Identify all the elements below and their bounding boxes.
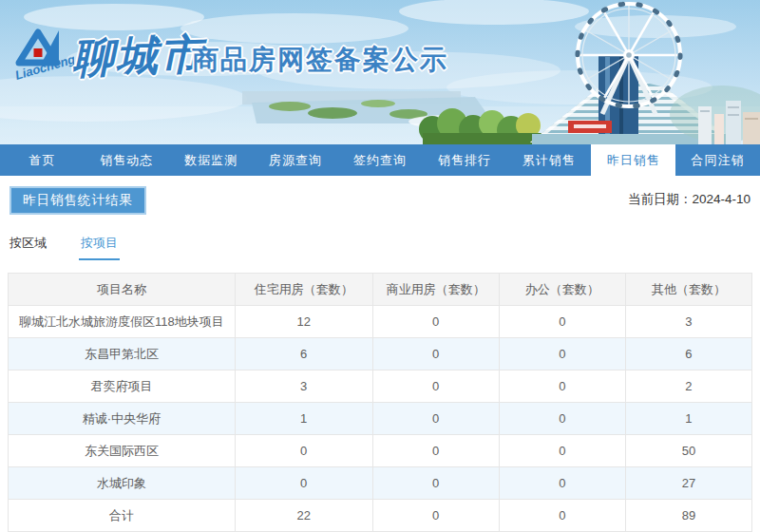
table-row: 精诚·中央华府1001 bbox=[9, 403, 752, 435]
tab-by-project[interactable]: 按项目 bbox=[79, 235, 120, 260]
nav-item-contract-search[interactable]: 签约查询 bbox=[338, 144, 423, 176]
table-row: 水城印象00027 bbox=[9, 467, 752, 500]
main-nav: 首页销售动态数据监测房源查询签约查询销售排行累计销售昨日销售合同注销 bbox=[0, 144, 760, 176]
commercial-count-cell: 0 bbox=[372, 338, 499, 370]
table-row: 君奕府项目3002 bbox=[9, 370, 752, 403]
table-row: 聊城江北水城旅游度假区118地块项目12003 bbox=[9, 306, 752, 338]
residential-count-cell: 12 bbox=[235, 306, 372, 338]
office-count-cell: 0 bbox=[499, 306, 625, 338]
office-count-cell: 0 bbox=[499, 500, 625, 532]
nav-item-data-monitoring[interactable]: 数据监测 bbox=[169, 144, 254, 176]
nav-item-cumulative-sales[interactable]: 累计销售 bbox=[506, 144, 591, 176]
table-body: 聊城江北水城旅游度假区118地块项目12003东昌甲第北区6006君奕府项目30… bbox=[9, 306, 752, 532]
other-count-cell: 27 bbox=[625, 467, 751, 500]
office-count-cell: 0 bbox=[499, 370, 625, 403]
commercial-count-cell: 0 bbox=[372, 500, 499, 532]
other-count-cell: 1 bbox=[625, 403, 751, 435]
tab-by-region[interactable]: 按区域 bbox=[8, 235, 48, 260]
commercial-count-cell: 0 bbox=[372, 306, 499, 338]
project-name-cell: 君奕府项目 bbox=[9, 370, 236, 403]
column-header: 住宅用房（套数） bbox=[235, 274, 372, 306]
office-count-cell: 0 bbox=[499, 467, 625, 500]
nav-item-yesterday-sales[interactable]: 昨日销售 bbox=[591, 144, 675, 176]
title-row: 昨日销售统计结果 当前日期：2024-4-10 bbox=[0, 176, 760, 216]
nav-item-home[interactable]: 首页 bbox=[0, 144, 85, 176]
office-count-cell: 0 bbox=[499, 435, 625, 467]
table-row: 东昌甲第北区6006 bbox=[9, 338, 752, 370]
residential-count-cell: 22 bbox=[235, 500, 372, 532]
residential-count-cell: 0 bbox=[235, 467, 372, 500]
view-tabs: 按区域按项目 bbox=[0, 216, 760, 260]
table-row: 合计220089 bbox=[9, 500, 752, 532]
column-header: 商业用房（套数） bbox=[372, 274, 499, 306]
residential-count-cell: 6 bbox=[235, 338, 372, 370]
banner-scene-illustration bbox=[0, 0, 760, 144]
other-count-cell: 6 bbox=[625, 338, 751, 370]
residential-count-cell: 0 bbox=[235, 435, 372, 467]
nav-item-sales-updates[interactable]: 销售动态 bbox=[85, 144, 169, 176]
current-date: 当前日期：2024-4-10 bbox=[628, 191, 750, 208]
other-count-cell: 50 bbox=[625, 435, 751, 467]
sales-stats-table: 项目名称住宅用房（套数）商业用房（套数）办公（套数）其他（套数） 聊城江北水城旅… bbox=[8, 273, 752, 532]
project-name-cell: 精诚·中央华府 bbox=[9, 403, 236, 435]
section-title-badge: 昨日销售统计结果 bbox=[10, 186, 146, 215]
column-header: 项目名称 bbox=[9, 274, 236, 306]
office-count-cell: 0 bbox=[499, 338, 625, 370]
table-row: 东关国际西区00050 bbox=[9, 435, 752, 467]
commercial-count-cell: 0 bbox=[372, 467, 499, 500]
header-banner: Liaocheng 聊城市 商品房网签备案公示 bbox=[0, 0, 760, 144]
project-name-cell: 合计 bbox=[9, 500, 236, 532]
project-name-cell: 东关国际西区 bbox=[9, 435, 236, 467]
nav-item-contract-cancellation[interactable]: 合同注销 bbox=[675, 144, 760, 176]
nav-item-listing-search[interactable]: 房源查询 bbox=[254, 144, 338, 176]
office-count-cell: 0 bbox=[499, 403, 625, 435]
project-name-cell: 东昌甲第北区 bbox=[9, 338, 236, 370]
current-date-value: 2024-4-10 bbox=[692, 192, 750, 206]
other-count-cell: 2 bbox=[625, 370, 751, 403]
commercial-count-cell: 0 bbox=[372, 435, 499, 467]
column-header: 办公（套数） bbox=[499, 274, 625, 306]
content-area: 昨日销售统计结果 当前日期：2024-4-10 按区域按项目 项目名称住宅用房（… bbox=[0, 176, 760, 532]
residential-count-cell: 1 bbox=[235, 403, 372, 435]
residential-count-cell: 3 bbox=[235, 370, 372, 403]
table-header-row: 项目名称住宅用房（套数）商业用房（套数）办公（套数）其他（套数） bbox=[9, 274, 752, 306]
current-date-label: 当前日期： bbox=[628, 192, 693, 206]
column-header: 其他（套数） bbox=[625, 274, 751, 306]
nav-item-sales-ranking[interactable]: 销售排行 bbox=[422, 144, 506, 176]
other-count-cell: 89 bbox=[625, 500, 751, 532]
other-count-cell: 3 bbox=[625, 306, 751, 338]
project-name-cell: 水城印象 bbox=[9, 467, 236, 500]
project-name-cell: 聊城江北水城旅游度假区118地块项目 bbox=[9, 306, 236, 338]
commercial-count-cell: 0 bbox=[372, 403, 499, 435]
commercial-count-cell: 0 bbox=[372, 370, 499, 403]
